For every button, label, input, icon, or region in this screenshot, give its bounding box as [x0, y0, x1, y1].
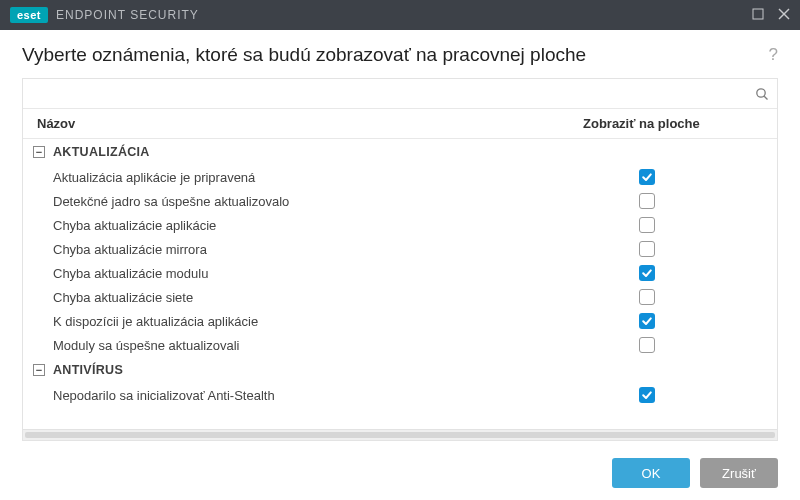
list-item: Moduly sa úspešne aktualizovali — [23, 333, 777, 357]
notification-list[interactable]: −AKTUALIZÁCIAAktualizácia aplikácie je p… — [23, 139, 777, 429]
group-label: AKTUALIZÁCIA — [53, 145, 150, 159]
item-label: Detekčné jadro sa úspešne aktualizovalo — [53, 194, 587, 209]
close-icon[interactable] — [778, 8, 790, 23]
group-row[interactable]: −ANTIVÍRUS — [23, 357, 777, 383]
window-controls — [752, 8, 790, 23]
titlebar: eset ENDPOINT SECURITY — [0, 0, 800, 30]
show-on-desktop-checkbox[interactable] — [639, 387, 655, 403]
search-input[interactable] — [31, 86, 755, 101]
search-row — [23, 79, 777, 109]
page-header: Vyberte oznámenia, ktoré sa budú zobrazo… — [0, 30, 800, 78]
item-label: Aktualizácia aplikácie je pripravená — [53, 170, 587, 185]
list-item: K dispozícii je aktualizácia aplikácie — [23, 309, 777, 333]
horizontal-scrollbar[interactable] — [23, 429, 777, 440]
show-on-desktop-checkbox[interactable] — [639, 313, 655, 329]
collapse-icon[interactable]: − — [33, 146, 45, 158]
list-item: Chyba aktualizácie modulu — [23, 261, 777, 285]
item-label: Nepodarilo sa inicializovať Anti-Stealth — [53, 388, 587, 403]
list-item: Nepodarilo sa inicializovať Anti-Stealth — [23, 383, 777, 407]
svg-point-3 — [757, 88, 765, 96]
cancel-button[interactable]: Zrušiť — [700, 458, 778, 488]
ok-button[interactable]: OK — [612, 458, 690, 488]
svg-line-4 — [764, 96, 767, 99]
list-item: Aktualizácia aplikácie je pripravená — [23, 165, 777, 189]
show-on-desktop-checkbox[interactable] — [639, 265, 655, 281]
app-name: ENDPOINT SECURITY — [56, 8, 199, 22]
content-frame: Názov Zobraziť na ploche −AKTUALIZÁCIAAk… — [22, 78, 778, 441]
show-on-desktop-checkbox[interactable] — [639, 241, 655, 257]
brand-logo: eset — [10, 7, 48, 23]
show-on-desktop-checkbox[interactable] — [639, 289, 655, 305]
item-label: Chyba aktualizácie aplikácie — [53, 218, 587, 233]
svg-rect-0 — [753, 9, 763, 19]
show-on-desktop-checkbox[interactable] — [639, 169, 655, 185]
column-show[interactable]: Zobraziť na ploche — [583, 116, 763, 131]
item-label: Chyba aktualizácie siete — [53, 290, 587, 305]
group-row[interactable]: −AKTUALIZÁCIA — [23, 139, 777, 165]
list-item: Chyba aktualizácie siete — [23, 285, 777, 309]
item-label: Moduly sa úspešne aktualizovali — [53, 338, 587, 353]
page-title: Vyberte oznámenia, ktoré sa budú zobrazo… — [22, 44, 586, 66]
search-icon[interactable] — [755, 87, 769, 101]
dialog-footer: OK Zrušiť — [0, 446, 800, 500]
show-on-desktop-checkbox[interactable] — [639, 193, 655, 209]
show-on-desktop-checkbox[interactable] — [639, 337, 655, 353]
item-label: Chyba aktualizácie modulu — [53, 266, 587, 281]
list-item: Chyba aktualizácie aplikácie — [23, 213, 777, 237]
item-label: K dispozícii je aktualizácia aplikácie — [53, 314, 587, 329]
group-label: ANTIVÍRUS — [53, 363, 123, 377]
list-item: Chyba aktualizácie mirrora — [23, 237, 777, 261]
column-name[interactable]: Názov — [37, 116, 583, 131]
column-headers: Názov Zobraziť na ploche — [23, 109, 777, 139]
minimize-icon[interactable] — [752, 8, 764, 23]
show-on-desktop-checkbox[interactable] — [639, 217, 655, 233]
item-label: Chyba aktualizácie mirrora — [53, 242, 587, 257]
help-icon[interactable]: ? — [769, 45, 778, 65]
collapse-icon[interactable]: − — [33, 364, 45, 376]
list-item: Detekčné jadro sa úspešne aktualizovalo — [23, 189, 777, 213]
